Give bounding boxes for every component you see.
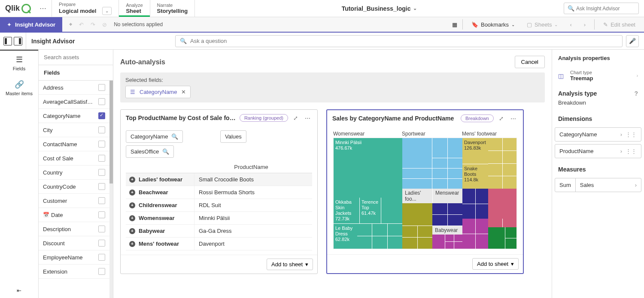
asset-row[interactable]: AverageCallSatisfac... <box>39 95 109 109</box>
asset-row[interactable]: Extension <box>39 265 109 279</box>
chart-type-row[interactable]: ◫ Chart type Treemap › <box>552 66 644 85</box>
add-to-sheet-button[interactable]: Add to sheet▾ <box>267 259 313 270</box>
treemap-chart[interactable]: Womenswear Sportwear Mens' footwear Minn… <box>327 126 523 254</box>
sheets-button[interactable]: ▢ Sheets ⌄ <box>523 20 561 30</box>
treemap-cell[interactable] <box>488 138 516 189</box>
chevron-down-icon[interactable]: ⌄ <box>102 7 112 15</box>
treemap-cell[interactable] <box>432 203 462 226</box>
treemap-cell[interactable] <box>357 224 402 249</box>
treemap-cell[interactable]: Le Baby Dress62.82k <box>334 224 357 249</box>
aggregation-label[interactable]: Sum <box>555 178 576 192</box>
checkbox[interactable] <box>98 268 105 275</box>
microphone-button[interactable]: 🎤 <box>626 35 639 47</box>
tab-analyze[interactable]: Analyze Sheet <box>118 0 149 17</box>
top-search[interactable]: 🔍 <box>564 3 639 14</box>
treemap-cell[interactable] <box>488 227 516 249</box>
dim-chip-category[interactable]: CategoryName🔍 <box>126 130 183 143</box>
scrollbar[interactable] <box>109 81 113 298</box>
checkbox[interactable] <box>98 226 105 232</box>
table-row[interactable]: +BabywearGa-Ga Dress <box>126 225 312 238</box>
more-icon[interactable]: ⋯ <box>303 115 312 121</box>
more-icon[interactable]: ⋯ <box>509 115 518 122</box>
checkbox[interactable] <box>98 211 105 218</box>
add-to-sheet-button[interactable]: Add to sheet▾ <box>472 258 519 270</box>
treemap-cell[interactable]: Minnki Pälsii476.67k <box>334 138 402 198</box>
ask-input[interactable] <box>190 38 618 44</box>
expand-icon[interactable]: + <box>129 190 135 196</box>
checkbox[interactable] <box>98 112 105 119</box>
edit-sheet-button[interactable]: ✎ Edit sheet <box>600 20 639 30</box>
asset-row[interactable]: Address <box>39 81 109 95</box>
smart-search-icon[interactable]: ⌖ <box>69 21 72 28</box>
scrollbar-thumb[interactable] <box>109 81 113 184</box>
treemap-cell[interactable]: Snake Boots114.8k <box>462 164 488 189</box>
drag-handle-icon[interactable]: ⋮⋮ <box>626 148 637 154</box>
treemap-cell[interactable]: Okkaba Skin Jackets72.73k <box>334 198 359 223</box>
treemap-cell[interactable] <box>381 198 402 223</box>
asset-row[interactable]: Discount <box>39 236 109 250</box>
treemap-cell[interactable] <box>488 219 516 227</box>
treemap-cell[interactable] <box>462 189 488 219</box>
table-row[interactable]: +ChildrenswearRDL Suit <box>126 199 312 212</box>
drag-handle-icon[interactable]: ⋮⋮ <box>626 131 637 138</box>
tab-prepare[interactable]: Prepare Logical model ⌄ <box>52 0 118 17</box>
treemap-cell[interactable] <box>488 189 516 219</box>
table-row[interactable]: +Ladies' footwearSmall Crocodile Boots <box>126 173 312 186</box>
treemap-cell[interactable] <box>462 219 488 249</box>
bookmarks-button[interactable]: 🔖 Bookmarks ⌄ <box>468 20 518 30</box>
measure-item[interactable]: Sum Sales› <box>555 178 641 192</box>
grid-icon[interactable]: ▦ <box>452 21 457 28</box>
rail-master-items[interactable]: 🔗 Master items <box>0 75 38 100</box>
treemap-cell[interactable]: Terence Top61.47k <box>359 198 381 223</box>
treemap-cell[interactable] <box>402 226 432 249</box>
toggle-right-panel[interactable] <box>14 37 22 45</box>
assets-search[interactable] <box>39 50 113 65</box>
insight-advisor-button[interactable]: ✦ Insight Advisor <box>0 17 62 32</box>
table-row[interactable]: +WomenswearMinnki Pälsii <box>126 212 312 225</box>
expand-icon[interactable]: + <box>129 241 135 247</box>
asset-row[interactable]: Country <box>39 166 109 180</box>
checkbox[interactable] <box>98 183 105 190</box>
help-icon[interactable]: ? <box>634 90 638 97</box>
checkbox[interactable] <box>98 98 105 105</box>
treemap-cell[interactable]: Davenport126.83k <box>462 138 488 164</box>
asset-row[interactable]: City <box>39 123 109 137</box>
checkbox[interactable] <box>98 169 105 176</box>
assets-search-input[interactable] <box>39 50 113 65</box>
dimension-item[interactable]: ProductName › ⋮⋮ <box>555 144 641 158</box>
ask-question-box[interactable]: 🔍 <box>175 35 623 47</box>
asset-row[interactable]: CountryCode <box>39 180 109 194</box>
dimension-item[interactable]: CategoryName › ⋮⋮ <box>555 127 641 141</box>
dim-chip-salesoffice[interactable]: SalesOffice🔍 <box>126 145 174 158</box>
app-menu-icon[interactable]: ⋯ <box>34 0 52 17</box>
close-icon[interactable]: ✕ <box>181 89 186 95</box>
checkbox[interactable] <box>98 254 105 261</box>
tab-narrate[interactable]: Narrate Storytelling <box>150 0 195 17</box>
values-chip[interactable]: Values <box>220 130 246 143</box>
step-forward-icon[interactable]: ↷ <box>91 21 95 28</box>
asset-row[interactable]: 📅Date <box>39 208 109 222</box>
top-search-input[interactable] <box>574 4 635 13</box>
asset-row[interactable]: Description <box>39 222 109 236</box>
checkbox[interactable] <box>98 155 105 162</box>
asset-row[interactable]: Cost of Sale <box>39 151 109 166</box>
expand-icon[interactable]: + <box>129 215 135 221</box>
clear-selections-icon[interactable]: ⊘ <box>102 21 107 28</box>
step-back-icon[interactable]: ↶ <box>79 21 84 28</box>
asset-row[interactable]: Customer <box>39 194 109 208</box>
fullscreen-icon[interactable]: ⤢ <box>497 115 505 122</box>
treemap-cell[interactable] <box>402 138 462 189</box>
rail-fields[interactable]: ☰ Fields <box>0 50 38 75</box>
checkbox[interactable] <box>98 84 105 91</box>
expand-icon[interactable]: + <box>129 228 135 234</box>
treemap-cell[interactable] <box>402 203 432 226</box>
checkbox[interactable] <box>98 240 105 247</box>
toggle-left-panel[interactable] <box>3 37 12 45</box>
expand-icon[interactable]: + <box>129 202 135 208</box>
checkbox[interactable] <box>98 126 105 133</box>
app-title[interactable]: Tutorial_Business_logic ⌄ <box>195 0 564 17</box>
table-row[interactable]: +BeachwearRossi Bermuda Shorts <box>126 186 312 199</box>
asset-row[interactable]: EmployeeName <box>39 250 109 265</box>
prev-sheet-icon[interactable]: ‹ <box>566 20 575 30</box>
fullscreen-icon[interactable]: ⤢ <box>292 115 300 121</box>
